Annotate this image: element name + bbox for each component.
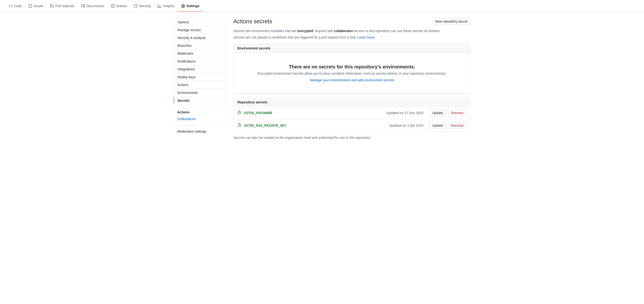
- lock-icon-2: [238, 123, 241, 128]
- sidebar-item-deploy-keys[interactable]: Deploy keys: [174, 73, 226, 81]
- sidebar-item-notifications[interactable]: Notifications: [174, 57, 226, 65]
- secret-row-gitee-rsa: GITEE_RSA_PRIVATE_KEY Updated on 1 Apr 2…: [234, 119, 470, 132]
- sidebar-item-manage-access[interactable]: Manage access: [174, 26, 226, 34]
- secret-name-1: GITEE_PASSWORD: [244, 111, 384, 115]
- learn-more-link[interactable]: Learn more.: [358, 35, 375, 39]
- environment-secrets-box: Environment secrets There are no secrets…: [234, 44, 470, 94]
- nav-insights[interactable]: Insights: [155, 1, 177, 12]
- nav-security-label: Security: [139, 4, 151, 8]
- nav-settings-label: Settings: [186, 4, 199, 8]
- main-content: Actions secrets New repository secret Se…: [234, 18, 470, 140]
- sidebar-group-main: Options Manage access Security & analysi…: [174, 18, 226, 105]
- top-nav: Code Issues Pull requests Discussions Ac…: [0, 0, 644, 12]
- insights-icon: [158, 4, 162, 8]
- nav-code[interactable]: Code: [6, 1, 24, 12]
- nav-pr-label: Pull requests: [55, 4, 74, 8]
- nav-actions[interactable]: Actions: [108, 1, 130, 12]
- secret-remove-button-2[interactable]: Remove: [448, 122, 466, 129]
- secret-actions-2: Update Remove: [429, 122, 466, 129]
- footer-note: Secrets can also be created at the organ…: [234, 136, 470, 140]
- sidebar-moderation: Moderation settings: [174, 126, 226, 135]
- nav-issues-label: Issues: [34, 4, 43, 8]
- nav-pullrequests[interactable]: Pull requests: [47, 1, 78, 12]
- nav-actions-label: Actions: [116, 4, 127, 8]
- sidebar: Options Manage access Security & analysi…: [174, 18, 226, 140]
- manage-environments-link[interactable]: Manage your environments and add environ…: [310, 78, 394, 82]
- issue-icon: [28, 4, 32, 8]
- nav-discussions-label: Discussions: [86, 4, 104, 8]
- sidebar-item-options[interactable]: Options: [174, 18, 226, 26]
- sidebar-item-moderation[interactable]: Moderation settings: [174, 128, 226, 135]
- nav-settings[interactable]: Settings: [178, 1, 202, 12]
- sidebar-item-security-analysis[interactable]: Security & analysis: [174, 34, 226, 42]
- sidebar-codespaces-link[interactable]: Codespaces: [174, 116, 226, 122]
- sidebar-item-environments[interactable]: Environments: [174, 89, 226, 97]
- nav-issues[interactable]: Issues: [26, 1, 46, 12]
- environment-secrets-empty: There are no secrets for this repository…: [234, 53, 470, 94]
- sidebar-item-secrets[interactable]: Secrets: [174, 97, 226, 104]
- secret-row-gitee-password: GITEE_PASSWORD Updated on 17 Nov 2020 Up…: [234, 107, 470, 119]
- nav-security[interactable]: Security: [131, 1, 154, 12]
- sidebar-item-webhooks[interactable]: Webhooks: [174, 50, 226, 57]
- secret-remove-button-1[interactable]: Remove: [448, 110, 466, 116]
- actions-icon: [111, 4, 115, 8]
- empty-state-desc: Encrypted environment secrets allow you …: [238, 72, 466, 75]
- discussions-icon: [81, 4, 85, 8]
- code-icon: [8, 4, 12, 8]
- nav-code-label: Code: [14, 4, 22, 8]
- repository-secrets-box: Repository secrets GITEE_PASSWORD Update…: [234, 98, 470, 132]
- secret-updated-2: Updated on 1 Apr 2020: [389, 124, 424, 127]
- pr-icon: [50, 4, 54, 8]
- sidebar-item-branches[interactable]: Branches: [174, 42, 226, 50]
- sidebar-actions-title: Actions: [174, 108, 226, 116]
- repository-secrets-header: Repository secrets: [234, 98, 470, 107]
- secret-update-button-1[interactable]: Update: [429, 110, 446, 116]
- empty-state-title: There are no secrets for this repository…: [238, 64, 466, 70]
- sidebar-actions-section: Actions Codespaces: [174, 108, 226, 122]
- page-layout: Options Manage access Security & analysi…: [170, 12, 474, 145]
- page-header: Actions secrets New repository secret: [234, 18, 470, 25]
- new-secret-button[interactable]: New repository secret: [432, 18, 470, 25]
- nav-discussions[interactable]: Discussions: [78, 1, 107, 12]
- settings-icon: [181, 4, 185, 8]
- page-title: Actions secrets: [234, 18, 272, 25]
- description-line2: Secrets are not passed to workflows that…: [234, 35, 470, 40]
- sidebar-item-integrations[interactable]: Integrations: [174, 65, 226, 73]
- lock-icon-1: [238, 111, 241, 115]
- sidebar-item-actions[interactable]: Actions: [174, 81, 226, 89]
- secret-name-2: GITEE_RSA_PRIVATE_KEY: [244, 124, 386, 127]
- nav-insights-label: Insights: [163, 4, 174, 8]
- encrypted-bold: encrypted: [297, 29, 313, 33]
- security-icon: [134, 4, 138, 8]
- environment-secrets-header: Environment secrets: [234, 44, 470, 53]
- secret-actions-1: Update Remove: [429, 110, 466, 116]
- secret-updated-1: Updated on 17 Nov 2020: [386, 111, 424, 115]
- secret-update-button-2[interactable]: Update: [429, 122, 446, 129]
- collaborator-bold: collaborator: [334, 29, 353, 33]
- description-line1: Secrets are environment variables that a…: [234, 28, 470, 33]
